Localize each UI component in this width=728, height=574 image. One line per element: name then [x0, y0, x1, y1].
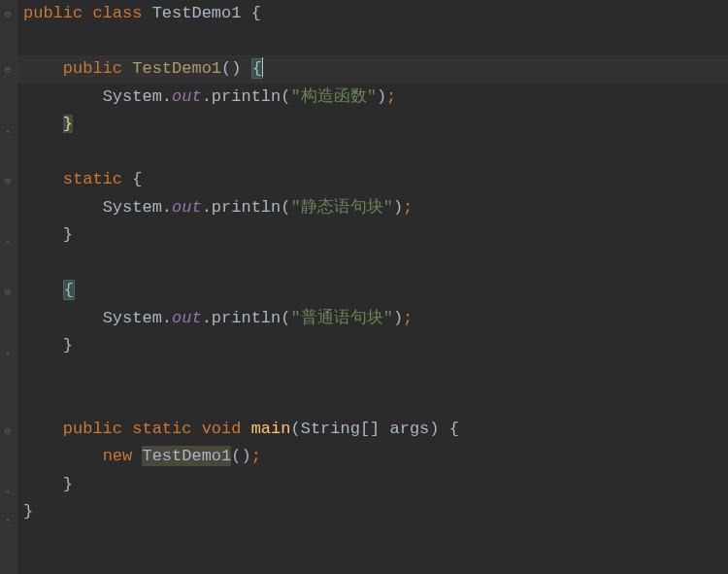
selection: TestDemo1: [142, 446, 231, 466]
code-line: public static void main(String[] args) {: [17, 416, 728, 444]
editor-gutter: [0, 0, 17, 574]
paren: (: [281, 198, 290, 217]
fold-open-icon[interactable]: [3, 179, 13, 185]
string-literal: "普通语句块": [290, 309, 392, 327]
fold-close-icon[interactable]: [3, 354, 13, 359]
keyword: static: [63, 170, 122, 188]
field-ref: out: [172, 198, 202, 217]
code-line-active: public TestDemo1() {: [17, 55, 728, 84]
keyword: class: [92, 4, 142, 22]
keyword: public: [23, 4, 83, 22]
paren: ): [393, 198, 403, 217]
code-line: }: [17, 471, 728, 499]
keyword: public: [63, 59, 122, 78]
caret-icon: [262, 57, 264, 77]
string-literal: "构造函数": [290, 87, 376, 106]
brace: }: [63, 336, 73, 355]
fold-open-icon[interactable]: [3, 12, 13, 17]
class-name: TestDemo1: [152, 4, 242, 22]
paren: ): [377, 87, 386, 106]
fold-close-icon[interactable]: [3, 243, 13, 249]
brace-matched: }: [63, 115, 73, 133]
brace: {: [132, 170, 142, 188]
method-call: println: [212, 309, 281, 327]
paren: ): [393, 309, 403, 327]
fold-open-icon[interactable]: [3, 67, 13, 73]
brace: }: [63, 475, 73, 493]
brace: }: [23, 502, 33, 521]
semicolon: ;: [251, 447, 261, 465]
paren: (: [290, 420, 300, 438]
dot: .: [162, 198, 172, 217]
code-line: System.out.println("构造函数");: [17, 84, 728, 112]
brace: }: [63, 225, 73, 244]
brace-highlighted: {: [63, 280, 75, 300]
semicolon: ;: [403, 198, 413, 217]
code-line: public class TestDemo1 {: [17, 0, 728, 28]
class-ref: System: [103, 87, 162, 106]
param: args: [390, 420, 430, 438]
method-call: println: [212, 87, 281, 106]
code-line: }: [17, 498, 728, 526]
code-line: System.out.println("静态语句块");: [17, 194, 728, 222]
code-line-blank: [17, 360, 728, 388]
string-literal: "静态语句块": [290, 198, 392, 217]
keyword: static: [132, 420, 191, 438]
code-line: }: [17, 332, 728, 360]
brace: {: [251, 4, 261, 22]
constructor-name: TestDemo1: [132, 59, 221, 78]
paren: (: [281, 309, 290, 327]
code-line: new TestDemo1();: [17, 443, 728, 471]
code-line-blank: [17, 388, 728, 416]
code-editor[interactable]: public class TestDemo1 { public TestDemo…: [17, 0, 728, 574]
brace: {: [449, 420, 459, 438]
fold-open-icon[interactable]: [3, 289, 13, 295]
method-name: main: [251, 420, 291, 438]
dot: .: [162, 87, 172, 106]
keyword: void: [202, 420, 242, 438]
code-line: }: [17, 111, 728, 139]
fold-close-icon[interactable]: [3, 521, 13, 526]
code-line-blank: [17, 139, 728, 167]
code-line-blank: [17, 250, 728, 278]
type: String[]: [301, 420, 381, 438]
dot: .: [202, 198, 212, 217]
method-call: println: [212, 198, 281, 217]
keyword: public: [63, 420, 122, 438]
paren: ): [429, 420, 439, 438]
field-ref: out: [172, 87, 202, 106]
parens: (): [231, 447, 250, 465]
parens: (): [221, 59, 241, 78]
semicolon: ;: [403, 309, 413, 327]
dot: .: [162, 309, 172, 327]
fold-open-icon[interactable]: [3, 428, 13, 434]
code-line: }: [17, 221, 728, 250]
keyword: new: [103, 447, 133, 465]
code-line: System.out.println("普通语句块");: [17, 305, 728, 333]
dot: .: [202, 309, 212, 327]
code-line-blank: [17, 28, 728, 56]
semicolon: ;: [386, 87, 396, 106]
field-ref: out: [172, 309, 202, 327]
class-ref: System: [103, 198, 162, 217]
dot: .: [202, 87, 212, 106]
class-ref: System: [103, 309, 162, 327]
fold-close-icon[interactable]: [3, 492, 13, 498]
code-line: static {: [17, 166, 728, 194]
paren: (: [281, 87, 290, 106]
code-line: {: [17, 277, 728, 305]
fold-close-icon[interactable]: [3, 132, 13, 138]
